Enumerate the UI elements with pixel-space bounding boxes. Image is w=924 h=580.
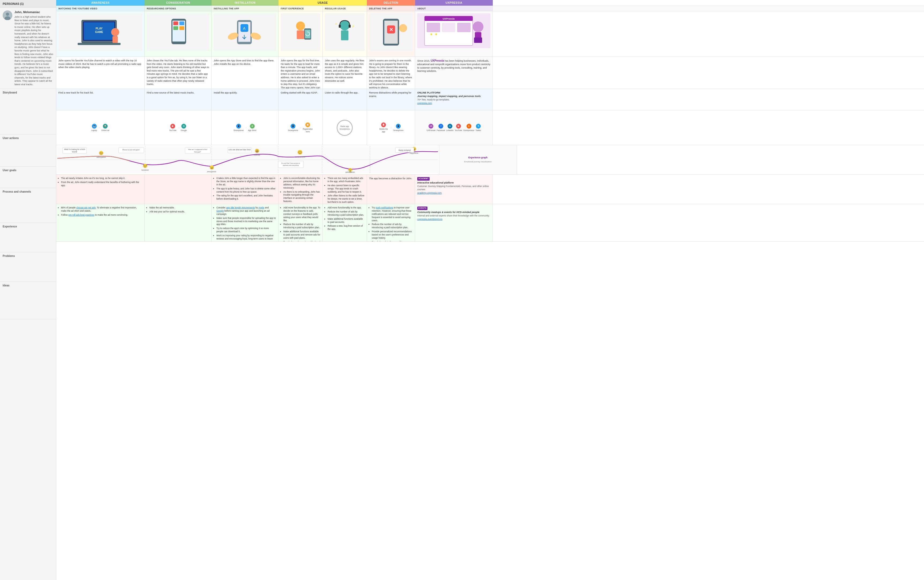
storyboard-first-experience <box>278 11 323 56</box>
svg-text:boredom: boredom <box>141 169 149 171</box>
ideas-awareness: 80% of people choose are not ads. To eli… <box>56 204 145 241</box>
storyboard-label: Storyboard <box>0 89 56 135</box>
smartphone-delete-icon: 📱 <box>396 124 401 129</box>
svg-text:★: ★ <box>430 33 433 36</box>
process-regular: Radio app Smartphone <box>323 110 367 145</box>
svg-point-23 <box>296 21 305 30</box>
ideas-row: 80% of people choose are not ads. To eli… <box>56 204 924 242</box>
svg-point-38 <box>399 24 407 32</box>
process-uxpressia: UX UXPressia f Facebook in LinkedIn ▶ <box>415 110 493 145</box>
linkedin-label: LinkedIn <box>446 129 454 132</box>
svg-text:😃: 😃 <box>255 149 260 153</box>
sub-phase-regular-usage: REGULAR USAGE <box>323 6 367 11</box>
proc-smartphone-first: 📱 Smartphone <box>288 124 298 132</box>
svg-text:GAME: GAME <box>95 31 103 33</box>
process-channels-label: Process and channels <box>0 188 56 223</box>
entrepreneur-label: Entrepreneur <box>464 129 474 132</box>
svg-rect-42 <box>427 23 440 32</box>
youtube-icon: ▶ <box>170 124 175 129</box>
facebook-label: Facebook <box>437 129 445 132</box>
problems-consideration <box>145 175 212 204</box>
sub-phase-installing: INSTALLING THE APP <box>212 6 278 11</box>
sidebar: PERSONAS (1) John, Melomaniac John is a … <box>0 0 56 580</box>
problems-awareness: The ad nearly irritates John as it's too… <box>56 175 145 204</box>
google-label: Google <box>181 129 187 132</box>
svg-text:that app?: that app? <box>194 151 201 153</box>
storyboard-img-consideration <box>147 13 209 51</box>
svg-text:annoyance: annoyance <box>207 171 216 173</box>
proc-smartphone-install: 📱 Smartphone <box>233 124 244 132</box>
svg-text:✕: ✕ <box>389 27 393 33</box>
sub-phase-headers: WATCHING THE YOUTUBE VIDEO RESEARCHING O… <box>56 6 924 11</box>
arrow-3: → <box>245 126 247 130</box>
ideas-regular: Add more functionality to the app. Reduc… <box>323 204 367 241</box>
problems-regular: There are too many embedded ads in the a… <box>323 175 367 204</box>
problems-deletion: The app becomes a distraction for John. <box>367 175 415 204</box>
svg-text:😊: 😊 <box>297 150 303 155</box>
user-goal-deletion: Remove distractions while preparing for … <box>367 89 415 110</box>
events-link[interactable]: uxpressia.events/en/com <box>417 218 442 221</box>
persona-profile: John, Melomaniac John is a high school s… <box>0 8 56 89</box>
uxpressia-platform-link[interactable]: uxpressia.com <box>417 102 432 104</box>
storyboard-uxpressia: UXPressia ★ ★ <box>415 11 493 56</box>
youtube-label: YouTube <box>169 129 176 132</box>
svg-rect-24 <box>297 31 304 39</box>
problems-installation: It takes John a little longer than expec… <box>212 175 278 204</box>
svg-rect-13 <box>173 21 178 25</box>
phase-headers: AWARENESS CONSIDERATION INSTALLATION USA… <box>56 0 924 6</box>
proc-twitter: 𝕏 Twitter <box>476 124 481 132</box>
smartphone-first-label: Smartphone <box>288 129 298 132</box>
content-rows: PLAY GAME <box>56 11 924 242</box>
proc-delete-app: 🗑 Delete the app <box>378 122 389 133</box>
smartphone-delete-label: Smartphone <box>393 129 403 132</box>
svg-text:contentment: contentment <box>295 156 305 158</box>
svg-text:😊: 😊 <box>99 151 104 155</box>
laptop-icon: 💻 <box>92 124 97 129</box>
svg-text:interest: interest <box>254 154 260 156</box>
svg-text:😠: 😠 <box>209 165 214 170</box>
sub-phase-first-experience: FIRST EXPERIENCE <box>278 6 323 11</box>
svg-text:Please try pre-roll again!: Please try pre-roll again! <box>122 149 140 150</box>
sub-phase-watching: WATCHING THE YOUTUBE VIDEO <box>56 6 145 11</box>
avatar <box>3 10 12 20</box>
proc-youtube-ux: ▶ YouTube <box>455 124 462 132</box>
storyboard-regular-usage: ♪ ♫ <box>323 11 367 56</box>
proc-reg-form: 📋 Registration form <box>303 122 313 133</box>
academy-desc: Customer Journey Mapping Fundamentals, P… <box>417 185 490 191</box>
storyboard-installation: A <box>212 11 278 56</box>
process-channels-row: 💻 Laptop → 📢 Online ad ▶ <box>56 110 924 145</box>
svg-text:😒: 😒 <box>143 164 148 168</box>
main-content: AWARENESS CONSIDERATION INSTALLATION USA… <box>56 0 924 580</box>
svg-text:It's cool that I have access t: It's cool that I have access to <box>281 162 300 164</box>
process-first-exp: 📱 Smartphone → 📋 Registration form <box>278 110 323 145</box>
facebook-icon: f <box>439 124 443 129</box>
proc-linkedin: in LinkedIn <box>446 124 454 132</box>
circular-usage-diagram: Radio app Smartphone <box>337 120 353 136</box>
arrow-5: → <box>390 126 392 130</box>
problems-awareness-list: The ad nearly irritates John as it's too… <box>58 177 142 187</box>
uxpressia-platform-title: ONLINE PLATFORM <box>417 91 490 95</box>
user-action-uxpressia: Since 2015, UXPressia has been helping b… <box>415 57 493 89</box>
process-awareness: 💻 Laptop → 📢 Online ad <box>56 110 145 145</box>
problems-row: The ad nearly irritates John as it's too… <box>56 175 924 204</box>
experience-chart-cell: 😊 anticipation 😒 boredom 😠 annoyance 😃 <box>56 145 439 175</box>
uxpressia-platform-subtitle: Journey mapping, impact mapping, and per… <box>417 95 490 98</box>
svg-rect-15 <box>173 26 178 30</box>
youtube-ux-label: YouTube <box>455 129 462 132</box>
storyboard-img-deletion: ✕ <box>369 13 413 51</box>
user-goal-uxpressia: ONLINE PLATFORM Journey mapping, impact … <box>415 89 493 110</box>
svg-text:★: ★ <box>435 33 437 36</box>
academy-tag: ACADEMY <box>417 177 429 181</box>
events-subtitle: Community meetups & events for HCD-minde… <box>417 211 490 214</box>
appstore-icon: A <box>250 124 255 129</box>
arrow-1: → <box>98 126 100 130</box>
svg-rect-10 <box>112 36 118 43</box>
events-tag: EVENTS <box>417 206 427 210</box>
user-action-awareness: John opens his favorite YouTube channel … <box>56 57 145 89</box>
storyboard-row: PLAY GAME <box>56 11 924 57</box>
process-consideration: ▶ YouTube → G Google <box>145 110 212 145</box>
svg-text:UXPressia: UXPressia <box>442 17 455 20</box>
svg-text:Happy studying!: Happy studying! <box>398 149 411 152</box>
academy-link[interactable]: academy.uxpressia.com <box>417 191 442 194</box>
process-deletion: 🗑 Delete the app → 📱 Smartphone <box>367 110 415 145</box>
